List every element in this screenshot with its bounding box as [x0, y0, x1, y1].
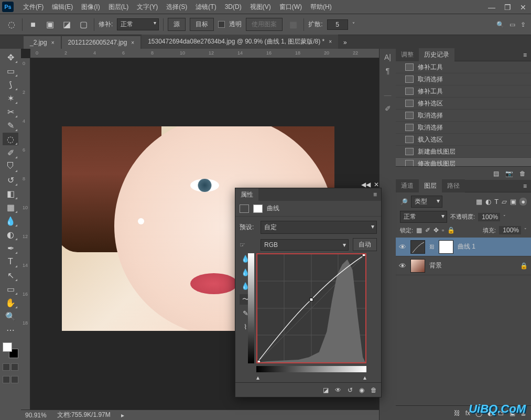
transparent-checkbox[interactable]	[218, 21, 225, 28]
lock-position-icon[interactable]: ✐	[425, 227, 430, 234]
zoom-level[interactable]: 90.91%	[25, 412, 47, 419]
history-item[interactable]: 修补选区	[396, 98, 531, 110]
quick-select-tool[interactable]: ✶	[3, 92, 18, 104]
menu-image[interactable]: 图像(I)	[77, 1, 104, 14]
filter-pixel-icon[interactable]: ▦	[476, 198, 482, 206]
filter-toggle-icon[interactable]: ●	[519, 198, 527, 206]
gradient-tool[interactable]: ▦	[3, 201, 18, 213]
filter-type-icon[interactable]: T	[494, 198, 499, 206]
menu-select[interactable]: 选择(S)	[162, 1, 191, 14]
pen-tool[interactable]: ✒	[3, 242, 18, 254]
history-item[interactable]: 取消选择	[396, 73, 531, 85]
visibility-icon[interactable]: 👁	[399, 243, 406, 251]
patch-mode-select[interactable]: 正常	[117, 18, 159, 30]
eyedropper-tool[interactable]: ✎	[3, 119, 18, 132]
fill-value[interactable]: 100%	[499, 226, 521, 234]
filter-icon[interactable]: 🔎	[400, 198, 408, 206]
menu-3d[interactable]: 3D(D)	[221, 1, 246, 13]
delete-icon[interactable]: 🗑	[519, 170, 526, 177]
menu-help[interactable]: 帮助(H)	[306, 1, 336, 14]
clip-to-layer-icon[interactable]: ◪	[323, 386, 329, 394]
tab-adjustments[interactable]: 调整	[396, 48, 419, 61]
blur-tool[interactable]: 💧	[3, 214, 18, 227]
menu-filter[interactable]: 滤镜(T)	[191, 1, 220, 14]
window-close[interactable]: ✕	[515, 0, 531, 14]
toggle-visibility-icon[interactable]: 👁	[335, 386, 341, 394]
menu-view[interactable]: 视图(V)	[246, 1, 275, 14]
document-tab-3[interactable]: 1530472694da08e27634b4.jpg @ 90.9% (曲线 1…	[142, 35, 338, 49]
layer-name[interactable]: 曲线 1	[458, 242, 475, 251]
targeted-adjust-icon[interactable]: ☞	[240, 241, 256, 249]
white-slider-icon[interactable]: ▴	[363, 374, 366, 381]
layer-name[interactable]: 背景	[429, 261, 442, 270]
target-button[interactable]: 目标	[190, 18, 214, 31]
edit-toolbar[interactable]: ⋯	[3, 324, 18, 336]
delete-adjustment-icon[interactable]: 🗑	[371, 386, 377, 394]
document-tab-1[interactable]: _2.jpg ×	[24, 36, 61, 49]
selection-new-icon[interactable]: ■	[27, 18, 39, 31]
curves-graph[interactable]	[256, 253, 366, 363]
move-tool[interactable]: ✥	[3, 51, 18, 63]
hand-tool[interactable]: ✋	[3, 296, 18, 309]
black-slider-icon[interactable]: ▴	[256, 374, 259, 381]
document-tab-2[interactable]: 20121226005247.jpg ×	[62, 36, 141, 49]
create-document-icon[interactable]: ▤	[493, 170, 499, 177]
window-minimize[interactable]: —	[484, 0, 500, 14]
quickmask-toggle[interactable]	[3, 363, 18, 371]
character-panel-icon[interactable]: A|	[384, 53, 391, 61]
filter-adjust-icon[interactable]: ◐	[485, 198, 491, 206]
layer-row[interactable]: 👁 ⛓ 曲线 1	[396, 238, 531, 256]
menu-type[interactable]: 文字(Y)	[133, 1, 162, 14]
view-previous-icon[interactable]: ◉	[359, 386, 364, 394]
opacity-value[interactable]: 100%	[478, 213, 500, 221]
history-item[interactable]: 取消选择	[396, 122, 531, 134]
visibility-icon[interactable]: 👁	[399, 262, 406, 270]
crop-tool[interactable]: ✂	[3, 105, 18, 118]
menu-edit[interactable]: 编辑(E)	[48, 1, 77, 14]
selection-subtract-icon[interactable]: ◪	[60, 18, 73, 31]
history-brush-tool[interactable]: ↺	[3, 174, 18, 186]
brush-tool[interactable]: ✐	[3, 146, 18, 159]
path-select-tool[interactable]: ↖	[3, 269, 18, 282]
ruler-horizontal[interactable]: 0 2 4 6 8 10 12 14 16 18 20 22	[30, 49, 396, 58]
tab-paths[interactable]: 路径	[442, 179, 465, 192]
status-chevron-icon[interactable]: ▸	[121, 412, 124, 419]
snapshot-icon[interactable]: 📷	[505, 170, 513, 177]
panel-menu-icon[interactable]: ≡	[519, 180, 531, 192]
panel-menu-icon[interactable]: ≡	[519, 49, 531, 61]
shape-tool[interactable]: ▭	[3, 283, 18, 295]
filter-shape-icon[interactable]: ▱	[502, 198, 507, 206]
share-icon[interactable]: ⇪	[521, 21, 526, 28]
adjustment-thumb[interactable]	[410, 240, 425, 254]
close-icon[interactable]: ×	[329, 39, 332, 45]
lock-move-icon[interactable]: ✥	[434, 227, 439, 234]
dodge-tool[interactable]: ◐	[3, 228, 18, 241]
filter-type-select[interactable]: 类型	[411, 196, 442, 208]
menu-file[interactable]: 文件(F)	[19, 1, 48, 14]
channel-select[interactable]: RGB	[261, 239, 349, 251]
eraser-tool[interactable]: ◧	[3, 187, 18, 200]
tab-overflow-icon[interactable]: »	[339, 36, 351, 49]
menu-window[interactable]: 窗口(W)	[275, 1, 306, 14]
history-item[interactable]: 修改曲线图层	[396, 158, 531, 166]
menu-layer[interactable]: 图层(L)	[104, 1, 133, 14]
tool-preset-icon[interactable]: ◌	[5, 18, 18, 31]
zoom-tool[interactable]: 🔍	[3, 310, 18, 322]
brush-settings-icon[interactable]: ✐	[385, 104, 391, 113]
link-layers-icon[interactable]: ⛓	[454, 410, 460, 417]
properties-panel[interactable]: ◀◀ ✕ 属性 ≡ 曲线 预设: 自定 ☞ RGB 自动 💧 💧 💧 〜 ✎ ⌇	[235, 188, 382, 397]
foreground-color[interactable]	[3, 342, 12, 352]
selection-intersect-icon[interactable]: ▢	[77, 18, 90, 31]
lasso-tool[interactable]: ⟆	[3, 78, 18, 91]
doc-size[interactable]: 文档:755.9K/1.97M	[57, 411, 111, 419]
diffusion-input[interactable]	[327, 19, 348, 30]
ruler-vertical[interactable]: 0 2 4 6 8 10 12 14 16 18	[21, 58, 30, 420]
lock-artboard-icon[interactable]: ▫	[442, 227, 444, 234]
search-icon[interactable]: 🔍	[496, 21, 504, 28]
patch-tool[interactable]: ◌	[3, 133, 18, 145]
preset-select[interactable]: 自定	[261, 221, 377, 234]
auto-button[interactable]: 自动	[353, 238, 377, 251]
screenmode-toggle[interactable]	[3, 376, 18, 383]
lock-all-icon[interactable]: 🔒	[447, 227, 455, 234]
tab-channels[interactable]: 通道	[396, 179, 419, 192]
